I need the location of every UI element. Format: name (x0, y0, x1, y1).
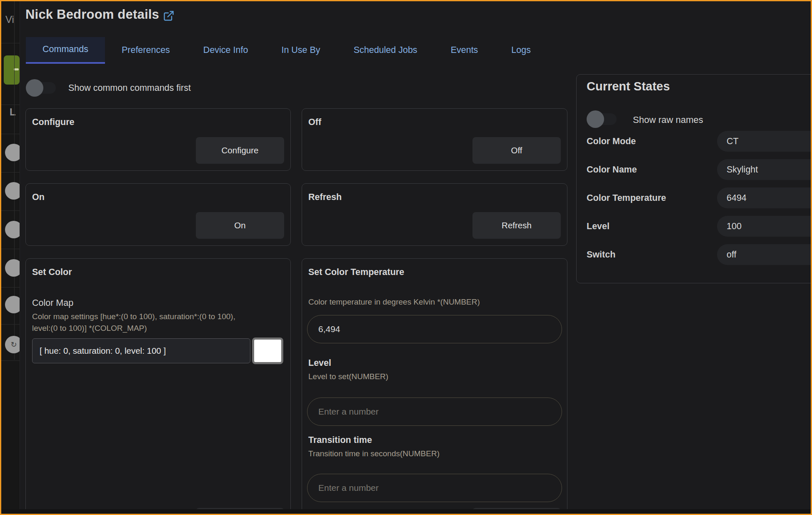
card-title: On (32, 192, 45, 202)
card-title: Refresh (308, 192, 342, 202)
background-page-bottom-strip (1, 509, 812, 514)
device-toggle-thumb[interactable] (5, 182, 20, 200)
state-label: Color Mode (587, 136, 636, 147)
device-toggle-thumb[interactable] (5, 144, 20, 161)
tab-logs[interactable]: Logs (495, 37, 547, 64)
show-common-commands-label: Show common commands first (68, 83, 191, 93)
color-map-input[interactable] (32, 338, 250, 363)
state-value: CT (717, 131, 812, 152)
background-page-strip: Vi L ↻ (1, 1, 20, 514)
show-raw-names-label: Show raw names (633, 115, 703, 125)
tab-bar: Commands Preferences Device Info In Use … (26, 37, 547, 64)
command-card-configure: Configure Configure (25, 108, 291, 171)
divider (1, 43, 20, 43)
divider (1, 360, 20, 361)
open-in-new-tab-icon[interactable] (163, 10, 175, 22)
background-list-header: L (10, 106, 16, 118)
background-partial-text: Vi (5, 14, 14, 25)
divider (1, 105, 20, 105)
state-value: 100 (717, 216, 812, 237)
divider (1, 287, 20, 288)
tab-scheduled-jobs[interactable]: Scheduled Jobs (337, 37, 434, 64)
device-toggle-thumb[interactable] (5, 221, 20, 238)
kelvin-description: Color temperature in degrees Kelvin *(NU… (308, 298, 480, 307)
card-title: Configure (32, 117, 75, 128)
level-label: Level (308, 358, 331, 368)
transition-time-description: Transition time in seconds(NUMBER) (308, 449, 440, 458)
command-card-set-color-temperature: Set Color Temperature Color temperature … (302, 258, 567, 515)
screenshot-frame: Vi L ↻ Nick Bedroom details Commands Pre… (0, 0, 812, 515)
off-button[interactable]: Off (472, 137, 561, 164)
color-swatch[interactable] (252, 338, 283, 364)
state-value: off (717, 244, 812, 265)
divider (1, 134, 20, 134)
kelvin-input[interactable] (307, 315, 562, 343)
tab-in-use-by[interactable]: In Use By (265, 37, 337, 64)
command-card-set-color: Set Color Color Map Color map settings [… (25, 258, 291, 515)
refresh-button[interactable]: Refresh (472, 212, 561, 239)
tab-preferences[interactable]: Preferences (105, 37, 187, 64)
device-toggle-thumb[interactable] (5, 259, 20, 277)
on-button[interactable]: On (196, 212, 284, 239)
state-label: Color Name (587, 165, 637, 175)
state-label: Switch (587, 250, 615, 260)
color-map-description-line1: Color map settings [hue*:(0 to 100), sat… (32, 312, 235, 321)
color-map-label: Color Map (32, 298, 73, 308)
state-label: Level (587, 221, 610, 232)
current-states-panel: Current States Show raw names Color Mode… (576, 74, 812, 283)
level-description: Level to set(NUMBER) (308, 372, 388, 381)
toggle-thumb (26, 79, 43, 97)
level-input[interactable] (307, 398, 562, 426)
divider (1, 210, 20, 211)
tab-device-info[interactable]: Device Info (187, 37, 265, 64)
state-value: Skylight (717, 159, 812, 180)
toggle-thumb (587, 110, 604, 128)
command-card-off: Off Off (302, 108, 567, 171)
command-card-refresh: Refresh Refresh (302, 183, 567, 246)
color-map-description-line2: level:(0 to 100)] *(COLOR_MAP) (32, 324, 147, 333)
divider (1, 172, 20, 172)
divider (1, 324, 20, 325)
card-title: Set Color (32, 267, 72, 278)
page-title: Nick Bedroom details (25, 7, 159, 22)
card-title: Off (308, 117, 321, 128)
background-green-button[interactable] (4, 55, 20, 85)
configure-button[interactable]: Configure (196, 137, 284, 164)
state-value: 6494 (717, 188, 812, 208)
tab-commands[interactable]: Commands (26, 37, 105, 64)
state-label: Color Temperature (587, 193, 666, 203)
tab-events[interactable]: Events (434, 37, 495, 64)
show-raw-names-toggle[interactable] (587, 110, 617, 128)
transition-time-input[interactable] (307, 474, 562, 502)
current-states-title: Current States (587, 80, 670, 93)
show-common-commands-toggle[interactable] (26, 79, 56, 97)
device-icon: ↻ (10, 340, 17, 349)
transition-time-label: Transition time (308, 435, 372, 445)
command-card-on: On On (25, 183, 291, 246)
device-toggle-thumb[interactable]: ↻ (5, 336, 20, 353)
device-toggle-thumb[interactable] (5, 296, 20, 313)
card-title: Set Color Temperature (308, 267, 404, 278)
divider (1, 249, 20, 249)
